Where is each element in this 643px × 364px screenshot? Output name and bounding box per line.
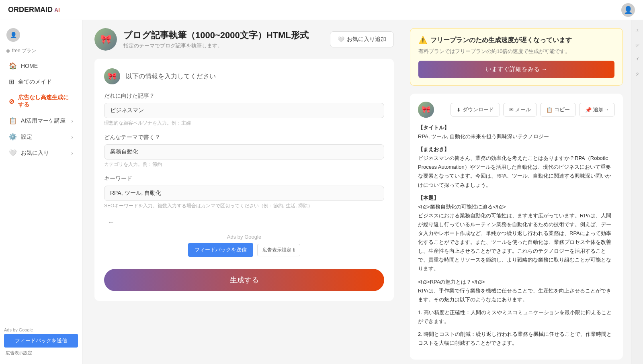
ads-feedback-button[interactable]: フィードバックを送信 [188, 243, 253, 257]
grid-icon: ⊞ [9, 78, 14, 86]
add-icon: 📌 [585, 107, 592, 113]
form-group-target: だれに向けた記事？ 理想的な顧客ペルソナを入力。例：主婦 [104, 92, 384, 127]
form-section: 🎀 以下の情報を入力してください だれに向けた記事？ 理想的な顧客ペルソナを入力… [94, 59, 394, 301]
page-title: ブログ記事執筆（1000~2000文字）HTML形式 [123, 29, 309, 41]
page-subtitle: 指定のテーマでブログ記事を執筆します。 [123, 42, 309, 49]
plan-badge: free プラン [0, 46, 82, 57]
result-para-2: 【まえおき】ビジネスマンの皆さん、業務の効率化を考えたことはありますか？RPA（… [418, 145, 615, 189]
copy-label: コピー [554, 106, 570, 113]
chevron-right-icon: › [71, 118, 73, 124]
page-title-block: ブログ記事執筆（1000~2000文字）HTML形式 指定のテーマでブログ記事を… [123, 29, 309, 49]
sidebar-user: 👤 [0, 24, 82, 46]
sidebar: 👤 free プラン 🏠 HOME ⊞ 全てのメイド ⊘ 広告なし高速生成に [0, 20, 82, 364]
heart-icon: 🤍 [9, 149, 17, 157]
chevron-right-icon-favorites: › [71, 150, 73, 156]
notice-box-title: フリープランのため生成速度が遅くなっています [430, 36, 572, 45]
right-panel: ⚠️ フリープランのため生成速度が遅くなっています 有料プランではフリープランの… [406, 20, 631, 364]
sidebar-avatar: 👤 [6, 28, 20, 42]
result-para-5: 1. 高い精度と正確性：人間のミスやミスコミュニケーションを最小限に抑えることが… [418, 308, 615, 326]
sidebar-item-label: お気に入り [21, 149, 49, 157]
sidebar-item-settings[interactable]: ⚙️ 設定 › [2, 129, 80, 145]
sidebar-ads-label: Ads by Google [4, 327, 78, 332]
favorite-button[interactable]: 🤍 お気に入り追加 [330, 31, 394, 47]
no-ads-icon: ⊘ [9, 98, 14, 105]
sidebar-item-no-ads[interactable]: ⊘ 広告なし高速生成にする [2, 90, 80, 112]
sidebar-item-all-maids[interactable]: ⊞ 全てのメイド [2, 74, 80, 90]
form-header: 🎀 以下の情報を入力してください [104, 68, 384, 84]
edit-panel-item-1[interactable]: エ [634, 24, 641, 33]
result-text: 【タイトル】RPA, ツール, 自動化の未来を担う興味深いテクノロジー 【まえお… [418, 123, 615, 348]
ads-display-setting[interactable]: 広告表示設定 ℹ [257, 244, 300, 256]
plan-dot [6, 49, 10, 53]
form-label-target: だれに向けた記事？ [104, 92, 384, 100]
sidebar-item-label: 全てのメイド [18, 78, 52, 86]
result-actions: ⬇ ダウンロード ✉ メール 📋 コピー 📌 [451, 103, 615, 117]
sidebar-item-home[interactable]: 🏠 HOME [2, 58, 80, 74]
result-avatar: 🎀 [418, 102, 434, 118]
user-icon: 👤 [624, 6, 633, 14]
form-header-text: 以下の情報を入力してください [126, 72, 216, 81]
keywords-input[interactable] [104, 186, 384, 201]
form-hint-keywords: SEOキーワードを入力。複数入力する場合はカンマで区切ってください（例：節約, … [104, 202, 384, 209]
ads-center-row: フィードバックを送信 広告表示設定 ℹ [188, 243, 300, 257]
sidebar-item-favorites[interactable]: 🤍 お気に入り › [2, 145, 80, 161]
add-button[interactable]: 📌 追加→ [579, 103, 615, 117]
ads-center-label: Ads by Google [227, 234, 261, 240]
sidebar-ads: Ads by Google フィードバックを送信 広告表示設定 [0, 324, 82, 360]
target-input[interactable] [104, 103, 384, 118]
sidebar-item-ai-marketing[interactable]: 📋 AI活用マーケ講座 › [2, 113, 80, 129]
sidebar-item-label: 設定 [21, 133, 32, 141]
result-para-4: <h3>RPAの魅力とは？</h3>RPAは、手作業で行う業務を機械に任せること… [418, 278, 615, 304]
form-header-avatar: 🎀 [104, 68, 120, 84]
copy-button[interactable]: 📋 コピー [540, 103, 576, 117]
result-header: 🎀 ⬇ ダウンロード ✉ メール 📋 コピー [418, 102, 615, 118]
form-hint-target: 理想的な顧客ペルソナを入力。例：主婦 [104, 120, 384, 127]
form-group-keywords: キーワード SEOキーワードを入力。複数入力する場合はカンマで区切ってください（… [104, 175, 384, 209]
sidebar-ads-settings[interactable]: 広告表示設定 [4, 349, 78, 357]
mail-icon: ✉ [509, 107, 514, 113]
mail-button[interactable]: ✉ メール [503, 103, 537, 117]
page-maid-avatar: 🎀 [94, 28, 117, 51]
notice-box-subtitle: 有料プランではフリープランの約10倍の速度で生成が可能です。 [418, 48, 614, 55]
settings-icon: ⚙️ [9, 133, 17, 141]
marketing-icon: 📋 [9, 117, 17, 125]
sidebar-nav: 🏠 HOME ⊞ 全てのメイド ⊘ 広告なし高速生成にする 📋 AI活用マーケ講… [0, 57, 82, 324]
result-para-6: 2. 時間とコストの削減：繰り返し行われる業務を機械に任せることで、作業時間とコ… [418, 330, 615, 348]
app-logo: ORDERMAID AI [8, 6, 60, 14]
warning-icon: ⚠️ [418, 36, 427, 45]
download-button[interactable]: ⬇ ダウンロード [451, 103, 500, 117]
plan-label: free プラン [12, 47, 36, 54]
user-avatar[interactable]: 👤 [621, 3, 635, 17]
logo-text: ORDERMAID [8, 6, 53, 14]
sidebar-item-label: 広告なし高速生成にする [18, 94, 73, 108]
edit-panel-item-2[interactable]: デ [634, 38, 641, 47]
theme-input[interactable] [104, 144, 384, 160]
mail-label: メール [515, 106, 531, 113]
chevron-right-icon-settings: › [71, 134, 73, 140]
form-label-theme: どんなテーマで書く？ [104, 134, 384, 141]
logo-ai-badge: AI [54, 7, 60, 13]
sidebar-user-icon: 👤 [10, 32, 17, 38]
sidebar-feedback-button[interactable]: フィードバックを送信 [4, 334, 78, 348]
edit-panel-item-3[interactable]: ィ [634, 52, 641, 61]
sidebar-item-label: HOME [21, 63, 38, 69]
generate-button[interactable]: 生成する [104, 269, 384, 291]
heart-icon-btn: 🤍 [338, 36, 344, 43]
result-para-3: 【本題】<h2>業務自動化の可能性に迫る</h2>ビジネスにおける業務自動化の可… [418, 194, 615, 274]
form-label-keywords: キーワード [104, 175, 384, 182]
add-label: 追加→ [593, 106, 609, 113]
avatar-illustration: 🎀 [94, 28, 117, 51]
ads-center: Ads by Google フィードバックを送信 広告表示設定 ℹ [104, 230, 384, 265]
home-icon: 🏠 [9, 62, 17, 70]
result-para-1: 【タイトル】RPA, ツール, 自動化の未来を担う興味深いテクノロジー [418, 123, 615, 141]
download-icon: ⬇ [457, 107, 461, 113]
edit-panel-item-4[interactable]: タ [634, 66, 641, 76]
back-arrow[interactable]: ← [104, 217, 118, 228]
notice-box: ⚠️ フリープランのため生成速度が遅くなっています 有料プランではフリープランの… [410, 28, 623, 86]
page-header-left: 🎀 ブログ記事執筆（1000~2000文字）HTML形式 指定のテーマでブログ記… [94, 28, 309, 51]
result-section: 🎀 ⬇ ダウンロード ✉ メール 📋 コピー [410, 94, 623, 360]
download-label: ダウンロード [463, 106, 494, 113]
main-content: 🎀 ブログ記事執筆（1000~2000文字）HTML形式 指定のテーマでブログ記… [82, 20, 406, 364]
notice-cta-button[interactable]: いますぐ詳細をみる → [418, 61, 614, 78]
page-header: 🎀 ブログ記事執筆（1000~2000文字）HTML形式 指定のテーマでブログ記… [94, 28, 394, 51]
